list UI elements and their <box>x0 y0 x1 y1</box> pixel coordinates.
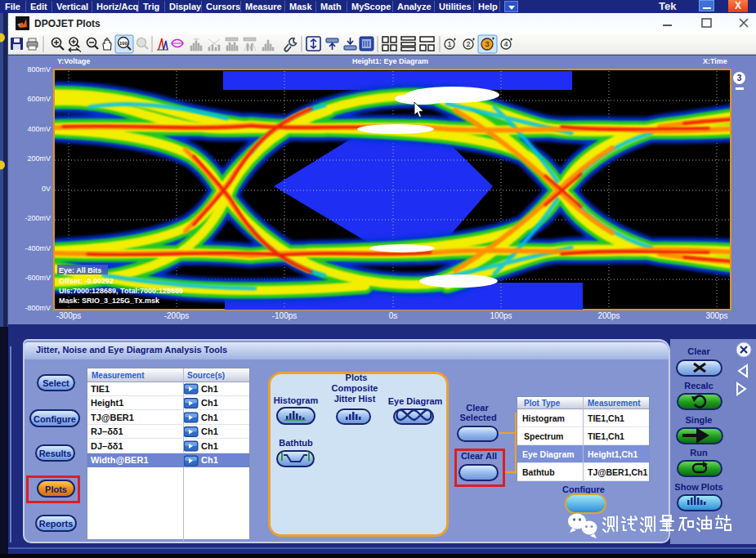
svg-text:Offset: -0.00292: Offset: -0.00292 <box>59 277 114 285</box>
svg-text:2: 2 <box>466 40 470 48</box>
svg-text:Mask: SRIO_3_125G_Tx.msk: Mask: SRIO_3_125G_Tx.msk <box>59 297 160 305</box>
svg-text:Eye: All Bits: Eye: All Bits <box>59 266 101 275</box>
svg-text:1: 1 <box>447 40 451 48</box>
svg-text:100: 100 <box>119 41 128 46</box>
svg-text:3: 3 <box>485 40 489 48</box>
svg-text:UIs:7000:128689, Total:7000:12: UIs:7000:128689, Total:7000:128689 <box>59 287 183 295</box>
svg-text:4: 4 <box>503 40 508 48</box>
